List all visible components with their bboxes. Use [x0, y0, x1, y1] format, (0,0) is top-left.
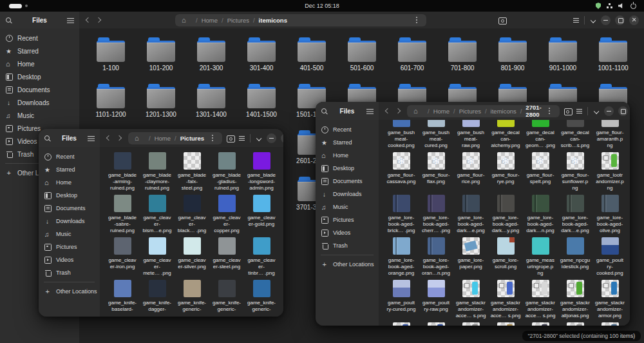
file-item[interactable]: game_lore- paper.png	[453, 235, 488, 277]
file-item[interactable]: game_lore- book-aged- olive.png	[592, 192, 627, 235]
maximize-button[interactable]	[281, 133, 283, 143]
search-icon[interactable]	[321, 108, 328, 115]
file-item[interactable]: game_knife- dagger-	[140, 277, 175, 317]
file-item[interactable]: game_cleav er- bism…e.png	[140, 192, 175, 235]
sidebar-item[interactable]: Recent	[316, 123, 379, 136]
breadcrumb[interactable]: / Home / Pictures	[128, 132, 222, 144]
hamburger-menu-icon[interactable]	[366, 108, 374, 115]
file-item[interactable]: game_decal can- alchemy.png	[488, 120, 523, 150]
file-item[interactable]: game_cleav er-silver.png	[175, 235, 209, 277]
sidebar-item[interactable]: Starred	[0, 44, 79, 57]
breadcrumb-item[interactable]: / Home	[192, 17, 218, 24]
file-item[interactable]: game_bush meat- cooked.png	[384, 120, 419, 150]
back-button[interactable]	[84, 17, 91, 24]
search-folder-icon[interactable]	[564, 108, 571, 115]
path-menu-icon[interactable]	[546, 108, 553, 115]
file-item[interactable]: game_lore- book-aged- orange.png	[384, 235, 419, 277]
sidebar-item[interactable]: Videos	[39, 253, 100, 266]
file-item[interactable]: game_poult ry-cured.png	[384, 277, 419, 320]
sidebar-item[interactable]: Downloads	[39, 215, 100, 228]
file-item[interactable]: game_flour- spelt.png	[523, 150, 558, 192]
breadcrumb[interactable]: / Home / Pictures / itemicons	[407, 105, 560, 117]
folder-item[interactable]: 801-900	[488, 36, 538, 83]
minimize-button[interactable]	[601, 15, 611, 25]
forward-button[interactable]	[96, 17, 103, 24]
sidebar-item[interactable]: Desktop	[0, 70, 79, 83]
file-item[interactable]: game_flour- flax.png	[419, 150, 453, 192]
search-icon[interactable]	[44, 135, 51, 142]
file-item[interactable]: game_knife- generic-	[209, 277, 244, 317]
file-item[interactable]: game_lore- scroll.png	[488, 235, 523, 277]
file-item[interactable]: game_flour- rice.png	[453, 150, 488, 192]
breadcrumb-item[interactable]: / Pictures	[450, 108, 481, 115]
path-menu-icon[interactable]	[413, 17, 420, 24]
view-options-chevron-icon[interactable]	[589, 17, 596, 24]
file-item[interactable]	[453, 320, 488, 326]
file-item[interactable]: game_cleav er-gold.png	[244, 192, 279, 235]
file-item[interactable]: game_poult ry-raw.png	[419, 277, 453, 320]
hamburger-menu-icon[interactable]	[88, 135, 95, 142]
maximize-button[interactable]	[618, 106, 628, 116]
folder-item[interactable]: 201-300	[186, 36, 236, 83]
file-item[interactable]: game_cleav er-iron.png	[105, 235, 140, 277]
folder-item[interactable]: 1301-1400	[186, 83, 236, 129]
file-item[interactable]: game_stackr andomizer- acce… s.png	[488, 277, 523, 320]
sidebar-item[interactable]: Documents	[39, 202, 100, 215]
file-item[interactable]	[523, 320, 558, 326]
file-item[interactable]: game_bush meat- raw.png	[453, 120, 488, 150]
file-item[interactable]: game_cleav er-steel.png	[209, 235, 244, 277]
forward-button[interactable]	[117, 135, 124, 142]
sidebar-item[interactable]: Music	[316, 201, 379, 213]
file-item[interactable]: game_flour- rye.png	[488, 150, 523, 192]
view-toggle-icon[interactable]	[238, 135, 245, 142]
file-item[interactable]: game_cleav er- copper.png	[209, 192, 244, 235]
search-icon[interactable]	[5, 17, 12, 24]
file-item[interactable]: game_decal can- geom… .png	[523, 120, 558, 150]
folder-item[interactable]: 601-700	[387, 36, 437, 83]
sidebar-item[interactable]: Trash	[39, 266, 100, 279]
file-item[interactable]: game_poult ry- cooked.png	[592, 235, 627, 277]
sidebar-item[interactable]: Music	[0, 109, 79, 122]
folder-item[interactable]: 301-400	[236, 36, 287, 83]
file-item[interactable]: game_blade -longsword- admin.png	[244, 150, 279, 192]
file-item[interactable]: game_lootr andomizer.p ng	[592, 150, 627, 192]
file-item[interactable]: game_flour- amaranth.p ng	[592, 120, 627, 150]
breadcrumb-item[interactable]: / itemicons	[249, 17, 287, 24]
sidebar-item[interactable]: Home	[316, 149, 379, 162]
close-button[interactable]	[629, 15, 639, 25]
file-item[interactable]: game_lore- book-aged- cherr… .png	[419, 192, 453, 235]
view-options-chevron-icon[interactable]	[255, 135, 262, 142]
file-item[interactable]	[419, 320, 453, 326]
sidebar-item[interactable]: Desktop	[39, 189, 100, 202]
back-button[interactable]	[384, 108, 391, 115]
sidebar-item[interactable]: Starred	[39, 163, 100, 176]
folder-item[interactable]: 1001-1100	[588, 36, 638, 83]
sidebar-item[interactable]: Documents	[0, 83, 79, 96]
breadcrumb-item[interactable]: / itemicons	[481, 108, 516, 115]
breadcrumb-item[interactable]: / Pictures	[218, 17, 249, 24]
file-item[interactable]: game_blade -arming- ruined.png	[105, 150, 140, 192]
breadcrumb-item[interactable]: / Home	[145, 135, 171, 142]
file-item[interactable]: game_flour- cassava.png	[384, 150, 419, 192]
file-item[interactable]	[384, 320, 419, 326]
folder-item[interactable]: 1-100	[86, 36, 136, 83]
file-item[interactable]: game_blade -gladius- ruined.png	[209, 150, 244, 192]
file-item[interactable]: game_blade -claymore- ruined.png	[140, 150, 175, 192]
breadcrumb-item[interactable]: / Pictures	[171, 135, 204, 142]
file-item[interactable]: game_knife- generic-	[175, 277, 209, 317]
file-item[interactable]: game_cleav er- black… .png	[175, 192, 209, 235]
back-button[interactable]	[105, 135, 112, 142]
file-item[interactable]	[592, 320, 627, 326]
view-options-chevron-icon[interactable]	[592, 108, 600, 115]
file-item[interactable]: game_stackr andomizer- acce… s.png	[453, 277, 488, 320]
file-item[interactable]: game_lore- book-aged- oran…n.png	[419, 235, 453, 277]
sidebar-item[interactable]: Pictures	[316, 213, 379, 226]
path-menu-icon[interactable]	[209, 135, 216, 142]
sidebar-item[interactable]: Home	[0, 57, 79, 70]
file-item[interactable]: game_knife- baselard-	[105, 277, 140, 317]
sidebar-item[interactable]: Recent	[0, 32, 79, 44]
file-item[interactable]: game_blade -falx- steel.png	[175, 150, 209, 192]
search-folder-icon[interactable]	[227, 135, 234, 142]
sidebar-item[interactable]: Pictures	[39, 240, 100, 253]
folder-item[interactable]: 1401-1500	[236, 83, 287, 129]
